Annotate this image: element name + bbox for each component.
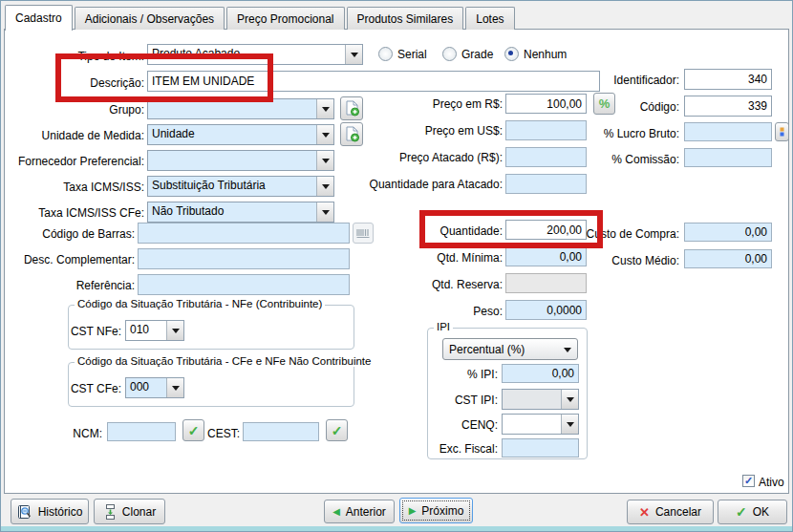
chevron-down-icon[interactable] <box>561 415 578 434</box>
codigo-barras-label: Código de Barras: <box>6 227 135 241</box>
radio-grade[interactable]: Grade <box>442 47 493 61</box>
tab-lotes[interactable]: Lotes <box>465 7 514 30</box>
chevron-down-icon[interactable] <box>316 125 333 144</box>
clonar-button-label: Clonar <box>122 505 156 519</box>
chevron-down-icon[interactable] <box>316 151 333 170</box>
chevron-down-icon[interactable] <box>345 45 362 64</box>
tab-preco-promocional[interactable]: Preço Promocional <box>226 7 344 30</box>
fornecedor-label: Fornecedor Preferencial: <box>11 155 144 168</box>
cenq-dropdown[interactable] <box>502 414 579 435</box>
exc-fiscal-input[interactable] <box>502 438 579 458</box>
validate-ncm-button[interactable]: ✓ <box>182 419 204 441</box>
tab-strip: Cadastro Adicionais / Observações Preço … <box>5 5 515 31</box>
chevron-down-icon[interactable] <box>561 390 578 409</box>
cst-nfe-label: CST NFe: <box>37 325 121 338</box>
ok-button[interactable]: ✓ OK <box>718 500 787 524</box>
tipo-item-value: Produto Acabado <box>148 45 345 64</box>
cst-cfe-dropdown[interactable]: 000 <box>125 377 184 398</box>
ativo-checkbox[interactable]: ✓ <box>742 475 755 487</box>
chevron-down-icon[interactable] <box>316 202 333 222</box>
ipi-tipo-value: Percentual (%) <box>443 341 564 358</box>
add-unidade-button[interactable] <box>340 122 363 146</box>
custo-compra-label: Custo de Compra: <box>574 227 679 241</box>
referencia-label: Referência: <box>6 279 135 292</box>
tab-adicionais-observacoes[interactable]: Adicionais / Observações <box>75 7 225 30</box>
ncm-input[interactable] <box>107 422 176 441</box>
fornecedor-dropdown[interactable] <box>147 150 334 171</box>
chevron-down-icon[interactable] <box>316 99 333 118</box>
codigo-barras-input[interactable] <box>138 223 350 244</box>
qtd-atacado-label: Quantidade para Atacado: <box>362 178 503 191</box>
taxa-icms-dropdown[interactable]: Substituição Tributária <box>147 176 334 197</box>
clonar-button[interactable]: Clonar <box>94 499 165 524</box>
ncm-label: NCM: <box>66 427 102 440</box>
custo-compra-input[interactable] <box>684 223 772 242</box>
cst-ipi-label: CST IPI: <box>427 394 498 407</box>
grupo-label: Grupo: <box>11 103 144 117</box>
comissao-label: % Comissão: <box>574 153 679 166</box>
peso-input[interactable] <box>505 300 587 320</box>
historico-button-label: Histórico <box>38 505 83 519</box>
radio-nenhum[interactable]: Nenhum <box>504 47 567 61</box>
cst-nfe-group-title: Código da Situação Tributária - NFe (Con… <box>75 298 325 309</box>
chevron-down-icon[interactable] <box>166 321 183 340</box>
product-registration-window: Cadastro Adicionais / Observações Preço … <box>0 0 793 532</box>
cst-cfe-group-title: Código da Situação Tributária - CFe e NF… <box>75 355 374 367</box>
cancel-x-icon: ✕ <box>639 506 650 519</box>
quantidade-label: Quantidade: <box>369 224 503 238</box>
barcode-icon <box>356 228 370 239</box>
ipi-percent-input[interactable] <box>502 364 579 383</box>
cest-input[interactable] <box>243 422 319 441</box>
chevron-down-icon[interactable] <box>316 177 333 196</box>
arrow-left-icon: ◀ <box>332 506 340 517</box>
radio-serial-label: Serial <box>397 48 427 61</box>
add-grupo-button[interactable] <box>340 96 363 120</box>
preco-uss-label: Preço em US$: <box>369 124 503 138</box>
chevron-down-icon[interactable] <box>166 378 183 397</box>
new-document-plus-icon <box>345 100 359 117</box>
descricao-input[interactable] <box>147 71 600 92</box>
validate-cest-button[interactable]: ✓ <box>326 419 348 441</box>
comissao-input[interactable] <box>684 148 772 167</box>
identificador-input[interactable] <box>684 69 772 90</box>
tipo-item-label: Tipo de Item: <box>11 50 144 63</box>
cest-label: CEST: <box>205 427 240 440</box>
ipi-tipo-combobox[interactable]: Percentual (%) <box>442 338 578 360</box>
history-book-icon <box>17 504 32 520</box>
tipo-item-dropdown[interactable]: Produto Acabado <box>147 44 363 65</box>
tab-produtos-similares[interactable]: Produtos Similares <box>347 7 464 30</box>
lucro-bruto-calc-button[interactable] <box>775 122 789 141</box>
cst-nfe-value: 010 <box>126 321 166 340</box>
window-bottom-edge <box>1 526 792 531</box>
cst-nfe-dropdown[interactable]: 010 <box>125 320 184 341</box>
exc-fiscal-label: Exc. Fiscal: <box>427 442 498 456</box>
custo-medio-label: Custo Médio: <box>574 254 679 267</box>
ativo-label: Ativo <box>759 476 791 489</box>
cst-ipi-dropdown[interactable] <box>502 389 579 410</box>
radio-circle-icon <box>378 47 393 61</box>
codigo-input[interactable] <box>684 96 772 117</box>
proximo-button[interactable]: ▶ Próximo <box>399 498 473 523</box>
tab-cadastro[interactable]: Cadastro <box>5 5 73 31</box>
anterior-button[interactable]: ◀ Anterior <box>324 500 395 523</box>
radio-serial[interactable]: Serial <box>378 47 427 61</box>
historico-button[interactable]: Histórico <box>11 499 89 524</box>
new-document-plus-icon <box>345 126 359 142</box>
check-icon: ✓ <box>188 424 200 437</box>
grupo-dropdown[interactable] <box>147 98 334 119</box>
unidade-medida-dropdown[interactable]: Unidade <box>147 124 334 145</box>
lucro-bruto-input[interactable] <box>684 122 772 141</box>
descricao-label: Descrição: <box>11 76 144 90</box>
desc-complementar-input[interactable] <box>138 248 350 269</box>
custo-medio-input[interactable] <box>684 249 772 268</box>
referencia-input[interactable] <box>138 274 350 295</box>
qtd-reserva-input <box>505 273 587 293</box>
fornecedor-value <box>148 151 316 170</box>
qtd-reserva-label: Qtd. Reserva: <box>369 278 503 291</box>
taxa-icms-cfe-dropdown[interactable]: Não Tributado <box>147 202 334 223</box>
qtd-atacado-input[interactable] <box>505 174 587 194</box>
grupo-value <box>148 99 316 118</box>
arrow-right-icon: ▶ <box>409 505 417 516</box>
cancelar-button[interactable]: ✕ Cancelar <box>627 500 714 524</box>
ipi-group-title: IPI <box>434 321 453 332</box>
